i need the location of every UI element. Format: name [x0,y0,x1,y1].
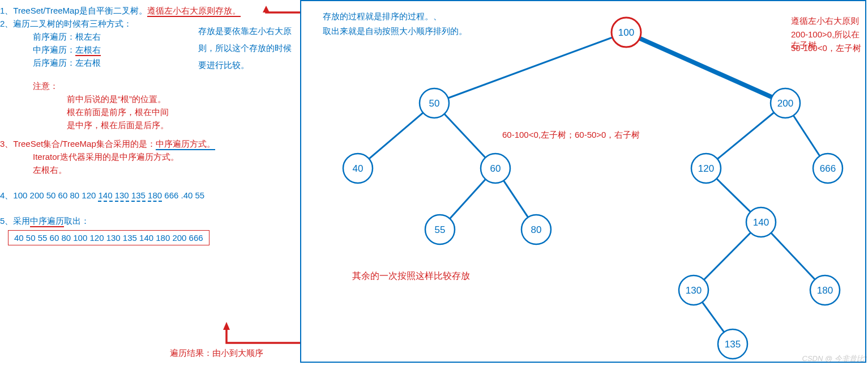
svg-line-11 [704,232,750,279]
note-header: 注意： [0,81,294,92]
l5c: 取出： [64,216,89,226]
svg-line-5 [444,114,485,158]
side-note: 存放是要依靠左小右大原则，所以这个存放的时候要进行比较。 [198,23,294,74]
svg-text:50: 50 [429,98,440,109]
svg-text:666: 666 [820,163,836,174]
svg-text:140: 140 [753,217,769,228]
rule-1: 遵循左小右大原则 [791,16,859,27]
svg-point-34 [679,275,708,305]
svg-point-36 [810,275,840,305]
svg-point-16 [420,88,449,118]
svg-point-26 [813,154,843,183]
svg-line-10 [717,179,751,212]
svg-point-32 [746,207,776,237]
l3b: 中序遍历方式。 [156,139,215,150]
note3: 是中序，根在后面是后序。 [0,120,294,131]
svg-point-18 [771,88,800,118]
in-order-a: 中序遍历： [33,45,75,54]
svg-point-24 [691,154,721,183]
top-desc-1: 存放的过程就是排序的过程。、 [323,11,442,22]
svg-point-30 [521,215,551,244]
l5b: 中序遍历 [30,216,64,227]
svg-line-13 [702,302,724,332]
svg-text:180: 180 [817,285,833,296]
svg-text:120: 120 [698,163,714,174]
svg-point-22 [481,154,510,183]
svg-text:100: 100 [618,27,634,38]
watermark: CSDN @ 今非昔比° [802,354,867,364]
svg-line-9 [793,116,820,156]
bottom-rule: 其余的一次按照这样比较存放 [352,270,470,282]
top-desc-2: 取出来就是自动按照大小顺序排列的。 [323,26,467,37]
result-caption: 遍历结果：由小到大顺序 [170,348,263,359]
svg-text:135: 135 [725,339,741,350]
tree-svg: 1005020040601206665580140130180135 [301,1,865,362]
mid-rule: 60-100<0,左子树；60-50>0，右子树 [502,130,640,141]
svg-text:40: 40 [353,163,364,174]
note2: 根在前面是前序，根在中间 [0,107,294,118]
svg-text:130: 130 [686,285,702,296]
rule-3: 50-100<0，左子树 [791,43,861,54]
svg-point-28 [425,215,455,244]
result-sequence: 40 50 55 60 80 100 120 130 135 140 180 2… [8,230,209,245]
tree-diagram-panel: 存放的过程就是排序的过程。、 取出来就是自动按照大小顺序排列的。 遵循左小右大原… [300,0,866,363]
l5a: 5、采用 [0,216,30,226]
svg-line-2 [448,37,612,98]
svg-line-6 [450,179,485,218]
insert-sequence: 4、100 200 50 60 80 120 140 130 135 180 6… [0,190,294,201]
lgr: 左根右。 [0,165,294,176]
in-order-b: 左根右 [75,45,101,56]
svg-line-8 [717,113,774,159]
svg-text:200: 200 [777,98,793,109]
svg-text:55: 55 [435,224,446,235]
svg-text:60: 60 [490,163,501,174]
svg-line-12 [771,233,815,279]
svg-marker-1 [223,322,230,330]
svg-line-3 [640,39,772,97]
l3a: 3、TreeSet集合/TreeMap集合采用的是： [0,139,156,148]
svg-point-20 [343,154,373,183]
iterator-note: Iterator迭代器采用的是中序遍历方式。 [0,152,294,163]
l1b: 遵循左小右大原则存放。 [147,6,241,17]
svg-line-4 [369,113,423,159]
note1: 前中后说的是“根”的位置。 [0,94,294,105]
svg-point-14 [612,18,641,47]
l1a: 1、TreeSet/TreeMap是自平衡二叉树。 [0,6,147,15]
svg-text:80: 80 [531,224,542,235]
svg-line-7 [503,181,528,218]
svg-point-38 [718,329,747,359]
